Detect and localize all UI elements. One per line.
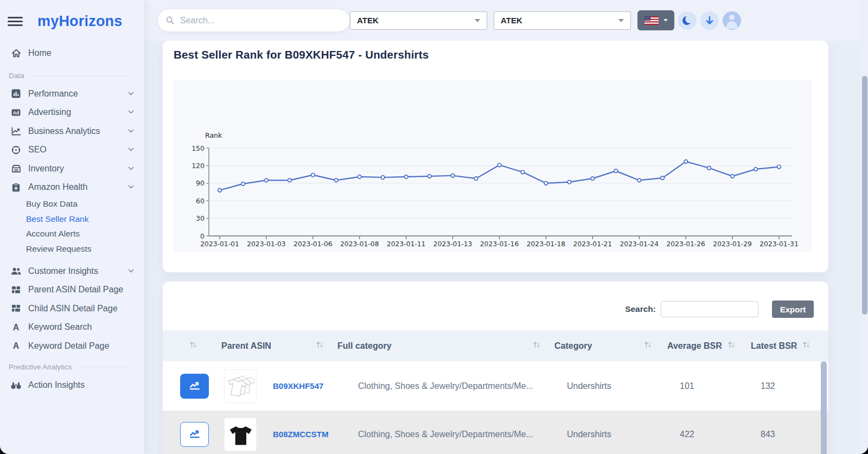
bsr-chart-card: Best Seller Rank for B09XKHF547 - Unders… xyxy=(163,41,828,272)
bricks-icon xyxy=(11,285,21,295)
sidebar-item-account-alerts[interactable]: Account Alerts xyxy=(0,227,144,242)
main-area: ATEK ATEK xyxy=(144,0,868,454)
topbar: ATEK ATEK xyxy=(144,0,868,41)
hamburger-menu-icon[interactable] xyxy=(8,15,23,28)
category-cell: Undershirts xyxy=(548,430,660,439)
latest-bsr-cell: 843 xyxy=(741,430,820,439)
parent-asin-link[interactable]: B08ZMCCSTM xyxy=(273,430,329,439)
marketplace-dropdown[interactable]: ATEK xyxy=(494,11,631,30)
svg-text:2023-01-03: 2023-01-03 xyxy=(247,240,285,248)
column-header-actions[interactable] xyxy=(171,341,215,351)
sidebar-section-data: Data xyxy=(0,72,144,80)
export-button[interactable]: Export xyxy=(772,300,814,318)
sidebar-item-keyword-search[interactable]: A Keyword Search xyxy=(0,318,144,337)
sidebar-item-performance[interactable]: Performance xyxy=(0,85,144,104)
table-search-input[interactable] xyxy=(661,301,758,317)
sidebar-item-parent-asin-detail-page[interactable]: Parent ASIN Detail Page xyxy=(0,280,144,299)
svg-text:2023-01-16: 2023-01-16 xyxy=(480,240,519,248)
sort-icon xyxy=(189,341,197,351)
archive-icon xyxy=(11,163,21,174)
bsr-line-chart: 0306090120150Rank2023-01-012023-01-03202… xyxy=(174,80,812,252)
home-icon xyxy=(11,48,21,59)
page-scrollbar-thumb[interactable] xyxy=(862,76,867,315)
dark-mode-toggle[interactable] xyxy=(678,11,697,30)
sidebar-header: myHorizons xyxy=(0,0,144,30)
svg-text:2023-01-21: 2023-01-21 xyxy=(573,240,612,248)
sidebar-item-inventory[interactable]: Inventory xyxy=(0,159,144,178)
chevron-down-icon xyxy=(127,165,135,172)
parent-asin-link[interactable]: B09XKHF547 xyxy=(273,381,323,391)
category-cell: Undershirts xyxy=(548,381,660,391)
ad-icon: Ad xyxy=(11,107,21,118)
sidebar-item-keyword-detail-page[interactable]: A Keyword Detail Page xyxy=(0,337,144,356)
sidebar-item-seo[interactable]: SEO xyxy=(0,140,144,159)
page-content: Best Seller Rank for B09XKHF547 - Unders… xyxy=(144,41,868,454)
sidebar-item-home[interactable]: Home xyxy=(0,44,144,63)
view-chart-button[interactable] xyxy=(180,374,209,399)
sidebar-item-advertising[interactable]: Ad Advertising xyxy=(0,103,144,122)
search-icon xyxy=(166,16,174,24)
table-toolbar: Search: Export xyxy=(163,282,828,330)
chevron-down-icon xyxy=(663,19,668,22)
sidebar-item-customer-insights[interactable]: Customer Insights xyxy=(0,262,144,281)
sort-icon xyxy=(316,341,324,351)
svg-text:Ad: Ad xyxy=(13,110,19,116)
us-flag-icon xyxy=(644,16,659,25)
sort-icon xyxy=(802,341,810,351)
letter-a-icon: A xyxy=(11,322,21,332)
page-scrollbar[interactable] xyxy=(861,0,868,454)
sidebar: myHorizons Home Data Performance Ad Adve… xyxy=(0,0,144,454)
line-chart-icon xyxy=(189,379,201,393)
column-header-average-bsr[interactable]: Average BSR xyxy=(660,341,741,351)
moon-icon xyxy=(681,15,693,27)
full-category-cell: Clothing, Shoes & Jewelry/Departments/Me… xyxy=(331,430,548,439)
user-avatar[interactable] xyxy=(723,11,741,30)
table-row: B09XKHF547 Clothing, Shoes & Jewelry/Dep… xyxy=(163,361,828,411)
column-header-latest-bsr[interactable]: Latest BSR xyxy=(741,341,820,351)
app-logo[interactable]: myHorizons xyxy=(37,13,123,30)
sidebar-item-review-requests[interactable]: Review Requests xyxy=(0,241,144,257)
chevron-down-icon xyxy=(127,90,135,98)
average-bsr-cell: 101 xyxy=(660,381,741,391)
table-row: B08ZMCCSTM Clothing, Shoes & Jewelry/Dep… xyxy=(163,411,828,454)
column-header-category[interactable]: Category xyxy=(548,341,660,351)
svg-text:0: 0 xyxy=(200,232,205,240)
product-image-white-undershirts-3pack xyxy=(224,369,257,403)
language-flag-button[interactable] xyxy=(637,10,674,30)
sidebar-item-child-asin-detail-page[interactable]: Child ASIN Detail Page xyxy=(0,299,144,318)
sidebar-item-business-analytics[interactable]: Business Analytics xyxy=(0,122,144,141)
sidebar-section-predictive-analytics: Predictive Analytics xyxy=(0,363,144,371)
view-chart-button[interactable] xyxy=(180,422,209,447)
chart-title: Best Seller Rank for B09XKHF547 - Unders… xyxy=(174,48,818,61)
column-header-full-category[interactable]: Full category xyxy=(331,341,548,351)
table-scrollbar[interactable] xyxy=(821,361,827,454)
svg-text:Rank: Rank xyxy=(205,131,222,139)
arrow-down-icon xyxy=(705,16,714,25)
target-icon xyxy=(11,145,21,155)
sidebar-item-buy-box-data[interactable]: Buy Box Data xyxy=(0,197,144,212)
sidebar-item-amazon-health[interactable]: Amazon Health xyxy=(0,178,144,197)
svg-text:2023-01-13: 2023-01-13 xyxy=(433,240,472,248)
svg-text:2023-01-06: 2023-01-06 xyxy=(293,240,333,248)
sidebar-item-best-seller-rank[interactable]: Best Seller Rank xyxy=(0,212,144,227)
binoculars-icon xyxy=(11,380,21,391)
svg-text:2023-01-18: 2023-01-18 xyxy=(527,240,565,248)
full-category-cell: Clothing, Shoes & Jewelry/Departments/Me… xyxy=(331,381,548,391)
sort-icon xyxy=(727,341,736,351)
svg-text:2023-01-11: 2023-01-11 xyxy=(387,240,425,248)
line-chart-icon xyxy=(189,427,201,441)
svg-text:150: 150 xyxy=(192,144,205,152)
svg-text:2023-01-29: 2023-01-29 xyxy=(713,240,751,248)
clipboard-plus-icon xyxy=(11,182,21,193)
table-body: B09XKHF547 Clothing, Shoes & Jewelry/Dep… xyxy=(163,361,828,454)
search-input[interactable] xyxy=(179,15,341,26)
account-dropdown[interactable]: ATEK xyxy=(350,11,487,30)
sort-icon xyxy=(533,341,541,351)
download-button[interactable] xyxy=(700,11,719,30)
sidebar-item-action-insights[interactable]: Action Insights xyxy=(0,376,144,395)
chevron-down-icon xyxy=(127,146,135,154)
column-header-parent-asin[interactable]: Parent ASIN xyxy=(215,341,331,351)
svg-text:120: 120 xyxy=(192,162,205,170)
svg-text:90: 90 xyxy=(196,179,205,187)
users-icon xyxy=(11,266,21,276)
